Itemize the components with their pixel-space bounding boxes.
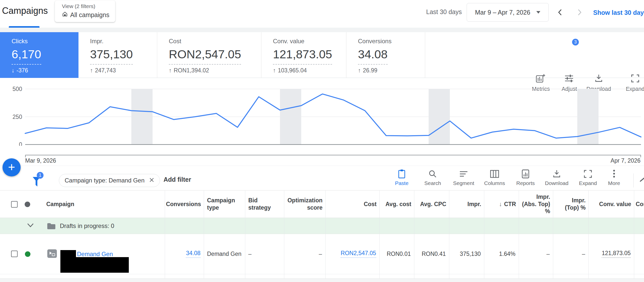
expand-table-label: Expand — [579, 180, 597, 186]
show-last-30-days-link[interactable]: Show last 30 days — [593, 9, 644, 16]
group-row-label: Drafts in progress: 0 — [60, 218, 114, 234]
cell-conversions[interactable]: 34.08 — [168, 234, 200, 273]
column-divider — [553, 191, 553, 278]
demand-gen-campaign-icon — [47, 249, 57, 258]
scorecard-label: Cost — [169, 38, 261, 45]
more-icon — [613, 169, 615, 179]
chart-range-scrubber[interactable] — [25, 155, 641, 155]
column-header-bid-strategy[interactable]: Bid strategy — [248, 191, 281, 217]
column-header-impr-top[interactable]: Impr. (Top) % — [556, 191, 586, 217]
cell-impr: 375,130 — [452, 234, 481, 273]
campaign-name-link[interactable]: Demand Gen — [77, 251, 113, 258]
scorecard-value: 34.08 — [358, 47, 388, 65]
status-enabled-dot[interactable] — [25, 251, 30, 257]
scorecard-value: 121,873.05 — [273, 47, 332, 65]
x-axis-start-label: Mar 9, 2026 — [25, 157, 56, 164]
column-divider — [588, 191, 589, 278]
column-header-impr[interactable]: Impr. — [452, 191, 481, 217]
sort-desc-icon: ↓ — [499, 200, 502, 208]
delta-down-icon: ↓ — [12, 67, 15, 74]
more-button[interactable]: More — [600, 169, 628, 186]
download-icon — [552, 169, 561, 179]
download-table-button[interactable]: Download — [543, 169, 571, 186]
filter-chip-label: Campaign type: Demand Gen — [65, 177, 145, 184]
row-checkbox[interactable] — [11, 251, 18, 257]
section-divider — [0, 166, 644, 166]
scorecard-impressions[interactable]: Impr. 375,130 ↑247,743 — [78, 32, 157, 78]
redaction-box — [60, 257, 129, 273]
columns-label: Columns — [484, 180, 505, 186]
chevron-down-icon — [536, 11, 540, 14]
scorecard-conv-value[interactable]: Conv. value 121,873.05 ↑103,965.04 — [261, 32, 346, 78]
clicks-time-series-chart[interactable]: 0250500 — [0, 80, 644, 146]
column-divider — [165, 191, 165, 278]
row-bottom-border — [0, 274, 644, 274]
scorecard-clicks[interactable]: Clicks 6,170 ↓-376 — [0, 32, 78, 78]
column-header-campaign-type[interactable]: Campaign type — [207, 191, 242, 217]
column-divider — [284, 191, 284, 278]
collapse-group-button[interactable] — [27, 218, 34, 234]
reports-button[interactable]: Reports — [512, 169, 539, 186]
column-header-conversions[interactable]: Conversions — [168, 191, 201, 217]
column-divider — [414, 191, 414, 278]
next-period-button[interactable] — [576, 9, 583, 16]
scorecard-conversions[interactable]: Conversions 34.08 ↑26.99 — [346, 32, 425, 78]
scorecard-value: RON2,547.05 — [169, 47, 241, 65]
column-header-avg-cpc[interactable]: Avg. CPC — [417, 191, 446, 217]
cell-cost[interactable]: RON2,547.05 — [329, 234, 376, 273]
view-name: All campaigns — [70, 11, 109, 19]
column-divider — [449, 191, 449, 278]
column-divider — [484, 191, 484, 278]
header-bottom-border — [0, 218, 644, 218]
column-header-conv-value[interactable]: Conv. value — [592, 191, 631, 217]
clicks-series-line — [25, 94, 641, 138]
scorecard-cost[interactable]: Cost RON2,547.05 ↑RON1,394.02 — [157, 32, 261, 78]
close-icon[interactable] — [149, 177, 154, 183]
view-selector-card[interactable]: View (2 filters) All campaigns — [55, 1, 115, 22]
add-campaign-fab[interactable]: + — [3, 158, 21, 176]
select-all-checkbox[interactable] — [11, 201, 18, 208]
column-header-conv[interactable]: Conv. — [636, 191, 644, 217]
delta-up-icon: ↑ — [90, 67, 93, 74]
collapse-chart-icon[interactable] — [640, 177, 644, 182]
scorecard-delta: 247,743 — [95, 67, 116, 74]
redaction-box — [60, 250, 76, 257]
search-label: Search — [424, 180, 441, 186]
columns-button[interactable]: Columns — [481, 169, 508, 186]
more-label: More — [608, 180, 620, 186]
search-icon — [428, 169, 437, 179]
segment-button[interactable]: Segment — [450, 169, 477, 186]
delta-up-icon: ↑ — [273, 67, 276, 74]
search-button[interactable]: Search — [419, 169, 447, 186]
delta-up-icon: ↑ — [169, 67, 172, 74]
column-divider — [519, 191, 519, 278]
column-header-campaign[interactable]: Campaign — [46, 191, 127, 217]
filter-chip-campaign-type[interactable]: Campaign type: Demand Gen — [59, 174, 160, 187]
scorecard-delta: RON1,394.02 — [174, 67, 209, 74]
date-range-picker[interactable]: Mar 9 – Apr 7, 2026 — [467, 3, 549, 22]
column-header-avg-cost[interactable]: Avg. cost — [383, 191, 411, 217]
cell-bid-strategy: – — [248, 234, 281, 273]
toolbar-divider — [633, 173, 634, 187]
cell-campaign-type: Demand Gen — [207, 234, 242, 273]
scorecard-label: Clicks — [12, 38, 78, 45]
expand-table-button[interactable]: Expand — [574, 169, 602, 186]
paste-button[interactable]: Paste — [388, 169, 416, 186]
page-title: Campaigns — [2, 6, 48, 16]
expand-icon — [584, 169, 592, 179]
view-filters-label: View (2 filters) — [62, 3, 115, 9]
add-filter-button[interactable]: Add filter — [164, 176, 191, 183]
column-header-optimization-score[interactable]: Optimization score — [287, 191, 323, 217]
columns-icon — [490, 169, 499, 179]
column-header-impr-abs-top[interactable]: Impr. (Abs. Top) % — [522, 191, 550, 217]
cell-avg-cpc: RON0.41 — [417, 234, 446, 273]
column-header-ctr[interactable]: ↓CTR — [487, 191, 516, 217]
scorecard-label: Conversions — [358, 38, 425, 45]
column-header-cost[interactable]: Cost — [329, 191, 377, 217]
segment-icon — [459, 169, 468, 179]
reports-icon — [521, 169, 530, 179]
previous-period-button[interactable] — [556, 9, 564, 16]
y-axis-tick: 500 — [13, 86, 22, 92]
filter-count-badge: 1 — [37, 172, 44, 179]
group-row-drafts[interactable] — [0, 218, 644, 234]
